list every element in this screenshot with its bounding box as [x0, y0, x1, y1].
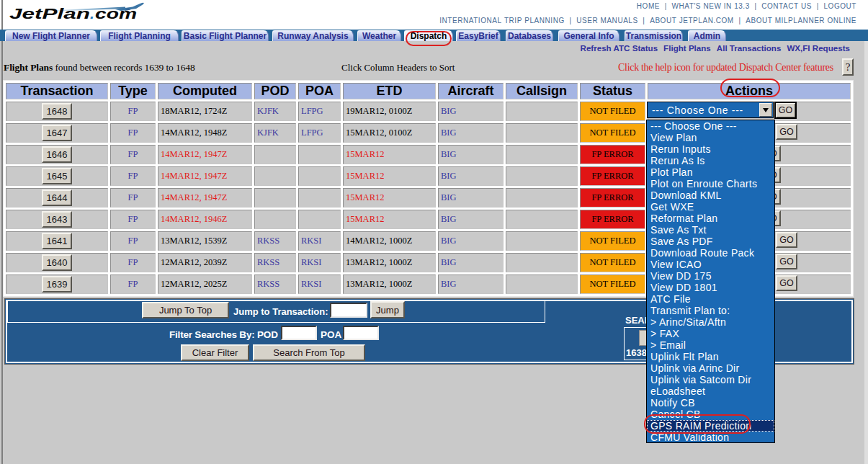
svg-text:.: .: [90, 5, 94, 22]
svg-text:com: com: [95, 5, 137, 22]
svg-text:JetPlan: JetPlan: [9, 5, 90, 22]
